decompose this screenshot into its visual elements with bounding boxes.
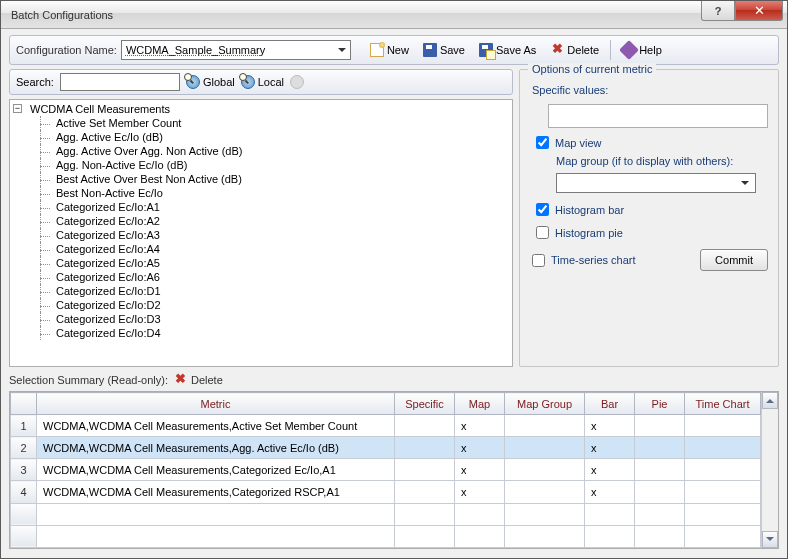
histogram-pie-row[interactable]: Histogram pie <box>536 226 768 239</box>
grid-cell[interactable] <box>505 459 585 481</box>
grid-cell[interactable]: WCDMA,WCDMA Cell Measurements,Active Set… <box>37 415 395 437</box>
grid-header[interactable]: Map <box>455 393 505 415</box>
histogram-pie-checkbox[interactable] <box>536 226 549 239</box>
commit-button[interactable]: Commit <box>700 249 768 271</box>
tree-item[interactable]: Categorized Ec/Io:A4 <box>54 242 512 256</box>
timeseries-row[interactable]: Time-series chart <box>532 254 636 267</box>
config-name-combo[interactable]: WCDMA_Sample_Summary <box>121 40 351 60</box>
grid-scrollbar[interactable] <box>761 392 778 548</box>
grid-cell[interactable] <box>635 415 685 437</box>
tree-item[interactable]: Categorized Ec/Io:A3 <box>54 228 512 242</box>
grid-cell[interactable] <box>635 437 685 459</box>
grid-cell[interactable] <box>685 459 761 481</box>
tree-item[interactable]: Categorized Ec/Io:D2 <box>54 298 512 312</box>
grid-header[interactable]: Metric <box>37 393 395 415</box>
row-header[interactable]: 3 <box>11 459 37 481</box>
table-row[interactable]: 2WCDMA,WCDMA Cell Measurements,Agg. Acti… <box>11 437 761 459</box>
map-view-row[interactable]: Map view <box>536 136 768 149</box>
scroll-down-button[interactable] <box>762 531 778 548</box>
table-row[interactable]: 3WCDMA,WCDMA Cell Measurements,Categoriz… <box>11 459 761 481</box>
globe-icon <box>241 75 255 89</box>
grid-cell[interactable]: x <box>455 415 505 437</box>
window-title: Batch Configurations <box>11 9 701 21</box>
grid-cell[interactable]: x <box>585 459 635 481</box>
grid-cell[interactable]: x <box>585 481 635 503</box>
scroll-up-button[interactable] <box>762 392 778 409</box>
stop-search-button[interactable] <box>290 75 304 89</box>
search-input[interactable] <box>60 73 180 91</box>
histogram-bar-row[interactable]: Histogram bar <box>536 203 768 216</box>
search-label: Search: <box>16 76 54 88</box>
tree-item[interactable]: Categorized Ec/Io:A5 <box>54 256 512 270</box>
map-view-checkbox[interactable] <box>536 136 549 149</box>
tree-item[interactable]: Agg. Non-Active Ec/Io (dB) <box>54 158 512 172</box>
grid-cell <box>505 525 585 547</box>
grid-cell[interactable] <box>395 459 455 481</box>
specific-values-input[interactable] <box>548 104 768 128</box>
row-header[interactable]: 1 <box>11 415 37 437</box>
grid-cell[interactable]: WCDMA,WCDMA Cell Measurements,Categorize… <box>37 459 395 481</box>
new-button[interactable]: New <box>365 40 414 60</box>
grid-cell[interactable]: x <box>455 481 505 503</box>
tree-collapse-toggle[interactable]: − <box>13 104 22 113</box>
histogram-bar-checkbox[interactable] <box>536 203 549 216</box>
options-groupbox: Options of current metric Specific value… <box>519 69 779 367</box>
grid-cell[interactable] <box>685 415 761 437</box>
grid-header[interactable]: Bar <box>585 393 635 415</box>
config-name-value: WCDMA_Sample_Summary <box>126 44 265 56</box>
tree-item[interactable]: Categorized Ec/Io:A1 <box>54 200 512 214</box>
tree-item[interactable]: Active Set Member Count <box>54 116 512 130</box>
save-button[interactable]: Save <box>418 40 470 60</box>
map-group-select[interactable] <box>556 173 756 193</box>
close-icon: ✕ <box>754 3 765 18</box>
grid-header[interactable]: Map Group <box>505 393 585 415</box>
delete-button[interactable]: ✖Delete <box>545 40 604 60</box>
summary-grid[interactable]: MetricSpecificMapMap GroupBarPieTime Cha… <box>10 392 761 548</box>
grid-cell[interactable]: x <box>455 459 505 481</box>
grid-cell[interactable]: WCDMA,WCDMA Cell Measurements,Categorize… <box>37 481 395 503</box>
grid-cell[interactable] <box>505 437 585 459</box>
tree-item[interactable]: Categorized Ec/Io:A2 <box>54 214 512 228</box>
grid-cell[interactable] <box>395 481 455 503</box>
titlebar-close-button[interactable]: ✕ <box>735 1 783 21</box>
grid-cell[interactable] <box>505 481 585 503</box>
search-global-button[interactable]: Global <box>186 75 235 89</box>
row-header[interactable]: 2 <box>11 437 37 459</box>
grid-header[interactable]: Pie <box>635 393 685 415</box>
table-row[interactable]: 4WCDMA,WCDMA Cell Measurements,Categoriz… <box>11 481 761 503</box>
tree-item[interactable]: Categorized Ec/Io:D1 <box>54 284 512 298</box>
grid-cell <box>585 503 635 525</box>
tree-item[interactable]: Agg. Active Ec/Io (dB) <box>54 130 512 144</box>
save-as-button[interactable]: Save As <box>474 40 541 60</box>
search-local-button[interactable]: Local <box>241 75 284 89</box>
grid-cell[interactable]: x <box>585 437 635 459</box>
grid-cell[interactable]: x <box>455 437 505 459</box>
grid-header[interactable]: Time Chart <box>685 393 761 415</box>
tree-root-label[interactable]: WCDMA Cell Measurements <box>28 102 512 116</box>
tree-item[interactable]: Best Non-Active Ec/Io <box>54 186 512 200</box>
grid-cell[interactable] <box>635 459 685 481</box>
titlebar-help-button[interactable]: ? <box>701 1 735 21</box>
grid-header[interactable]: Specific <box>395 393 455 415</box>
tree-item[interactable]: Categorized Ec/Io:A6 <box>54 270 512 284</box>
grid-cell[interactable]: x <box>585 415 635 437</box>
timeseries-label: Time-series chart <box>551 254 636 266</box>
row-header[interactable]: 4 <box>11 481 37 503</box>
tree-item[interactable]: Categorized Ec/Io:D4 <box>54 326 512 340</box>
tree-item[interactable]: Agg. Active Over Agg. Non Active (dB) <box>54 144 512 158</box>
grid-cell[interactable]: WCDMA,WCDMA Cell Measurements,Agg. Activ… <box>37 437 395 459</box>
summary-delete-button[interactable]: ✖ Delete <box>174 373 223 387</box>
help-button[interactable]: Help <box>617 40 667 60</box>
timeseries-checkbox[interactable] <box>532 254 545 267</box>
tree-item[interactable]: Best Active Over Best Non Active (dB) <box>54 172 512 186</box>
metrics-tree[interactable]: − WCDMA Cell Measurements Active Set Mem… <box>9 99 513 367</box>
grid-cell[interactable] <box>685 481 761 503</box>
grid-cell <box>395 525 455 547</box>
grid-cell[interactable] <box>395 415 455 437</box>
grid-cell[interactable] <box>395 437 455 459</box>
grid-cell[interactable] <box>685 437 761 459</box>
grid-cell[interactable] <box>635 481 685 503</box>
table-row[interactable]: 1WCDMA,WCDMA Cell Measurements,Active Se… <box>11 415 761 437</box>
grid-cell[interactable] <box>505 415 585 437</box>
tree-item[interactable]: Categorized Ec/Io:D3 <box>54 312 512 326</box>
